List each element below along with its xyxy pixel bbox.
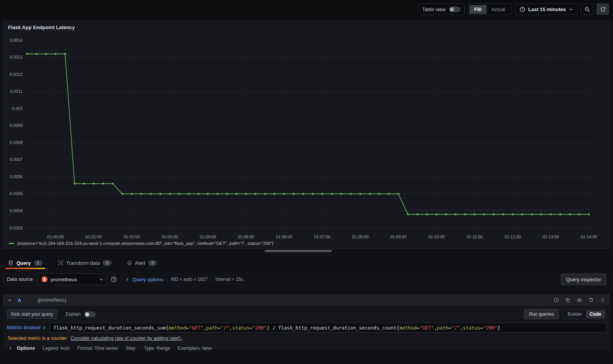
prometheus-logo-icon (41, 276, 48, 282)
fill-actual-segmented: Fill Actual (468, 3, 512, 15)
svg-text:0.0008: 0.0008 (10, 140, 23, 145)
metrics-browser-button[interactable]: Metrics browser (7, 325, 46, 330)
refresh-button[interactable] (597, 3, 609, 15)
svg-text:0.0011: 0.0011 (10, 89, 23, 93)
duplicate-icon[interactable] (565, 297, 570, 303)
editor-tabs: Query 1 Transform data 0 Alert 0 (3, 257, 610, 269)
toggle-knob (450, 7, 454, 11)
legend-series-label: {instance="ec2-184-169-216-224.us-west-1… (17, 241, 274, 246)
svg-text:01:04:00: 01:04:00 (200, 234, 216, 239)
options-type: Type: Range (144, 346, 170, 351)
clock-icon (520, 7, 525, 12)
svg-text:0.0009: 0.0009 (10, 123, 23, 128)
options-label: Options (17, 346, 35, 351)
tab-transform-label: Transform data (66, 260, 100, 266)
table-view-control: Table view (418, 3, 465, 15)
fill-option[interactable]: Fill (469, 5, 487, 14)
promql-query-input[interactable]: flask_http_request_duration_seconds_sum{… (50, 323, 606, 333)
tab-transform-badge: 0 (103, 260, 111, 266)
options-format: Format: Time series (77, 346, 118, 351)
options-legend: Legend: Auto (43, 346, 70, 351)
bell-icon (127, 260, 132, 266)
drag-handle-icon[interactable] (600, 297, 605, 303)
horizontal-scrollbar[interactable] (264, 250, 332, 252)
query-datasource-hint: (prometheus) (38, 297, 66, 303)
datasource-label: Data source (7, 277, 33, 282)
metrics-browser-label: Metrics browser (7, 325, 41, 330)
explain-control: Explain (66, 312, 95, 317)
eye-icon[interactable] (577, 297, 582, 303)
builder-code-segmented: Builder Code (563, 310, 606, 319)
svg-text:0.0014: 0.0014 (10, 38, 23, 43)
tab-transform-data[interactable]: Transform data 0 (57, 257, 113, 269)
svg-text:01:07:00: 01:07:00 (314, 234, 331, 239)
tab-query-badge: 1 (34, 260, 43, 266)
query-options-toggle[interactable]: Query options (125, 277, 163, 282)
svg-text:01:08:00: 01:08:00 (352, 234, 369, 239)
svg-text:01:10:00: 01:10:00 (428, 234, 445, 239)
counter-warning-row: Selected metric is a counter. Consider c… (8, 336, 606, 341)
chevron-down-icon[interactable] (8, 298, 12, 302)
warning-rate-link[interactable]: Consider calculating rate of counter by … (70, 336, 182, 341)
builder-option[interactable]: Builder (564, 311, 586, 318)
actual-option[interactable]: Actual (487, 5, 510, 14)
query-row-header[interactable]: A (prometheus) (3, 294, 610, 306)
query-inspector-button[interactable]: Query inspector (561, 274, 606, 285)
info-circle-icon[interactable] (554, 297, 559, 303)
table-view-toggle[interactable] (449, 7, 461, 12)
grafana-panel-edit-page: Table view Fill Actual Last 15 minutes (0, 0, 613, 364)
svg-text:01:09:00: 01:09:00 (390, 234, 406, 239)
svg-text:01:12:00: 01:12:00 (505, 234, 521, 239)
angle-right-icon (8, 346, 12, 350)
zoom-out-button[interactable] (581, 3, 593, 15)
svg-text:0.0006: 0.0006 (10, 174, 23, 179)
svg-text:01:00:00: 01:00:00 (48, 234, 64, 239)
query-options-label: Query options (132, 277, 163, 282)
query-row-actions (554, 297, 605, 303)
svg-text:0.0004: 0.0004 (10, 208, 23, 213)
svg-text:01:14:00: 01:14:00 (581, 234, 597, 239)
options-exemplars: Exemplars: false (178, 346, 212, 351)
query-editor-section: A (prometheus) Kic (3, 294, 610, 349)
tab-alert-badge: 0 (148, 260, 157, 266)
tab-query-label: Query (16, 260, 31, 266)
svg-text:0.0012: 0.0012 (10, 72, 23, 77)
code-option[interactable]: Code (586, 311, 605, 318)
time-series-panel: Flask App Endpoint Latency 0.00140.00130… (3, 21, 610, 249)
svg-text:01:06:00: 01:06:00 (276, 234, 292, 239)
datasource-help-button[interactable] (111, 276, 117, 282)
latency-chart[interactable]: 0.00140.00130.00120.00110.0010.00090.000… (3, 21, 610, 248)
database-icon (8, 260, 13, 266)
tab-query[interactable]: Query 1 (7, 257, 44, 269)
refresh-icon (600, 7, 606, 12)
toggle-knob (85, 312, 89, 316)
query-options-summary-row[interactable]: Options Legend: Auto Format: Time series… (8, 346, 606, 351)
tab-alert[interactable]: Alert 0 (126, 257, 158, 269)
run-queries-button[interactable]: Run queries (524, 309, 559, 319)
svg-text:01:01:00: 01:01:00 (85, 234, 102, 239)
datasource-bar: Data source prometheus Query options MD … (3, 272, 610, 286)
query-ref-id[interactable]: A (18, 297, 21, 303)
options-step: Step: (126, 346, 136, 351)
trash-icon[interactable] (588, 297, 594, 303)
chevron-down-icon (569, 7, 573, 11)
tab-alert-label: Alert (135, 260, 146, 266)
chevron-down-icon (99, 277, 103, 282)
svg-text:0.0007: 0.0007 (10, 157, 23, 162)
svg-text:01:02:00: 01:02:00 (123, 234, 140, 239)
table-view-label: Table view (422, 7, 446, 12)
explain-toggle[interactable] (84, 312, 96, 317)
zoom-out-icon (584, 7, 590, 12)
warning-text: Selected metric is a counter. (8, 336, 68, 341)
angle-right-icon (125, 277, 129, 281)
svg-text:01:11:00: 01:11:00 (467, 234, 483, 239)
svg-text:0.0013: 0.0013 (10, 55, 23, 59)
query-input-row: Metrics browser flask_http_request_durat… (7, 323, 606, 333)
svg-text:0.0003: 0.0003 (10, 226, 23, 230)
datasource-select[interactable]: prometheus (38, 274, 107, 285)
svg-text:0.001: 0.001 (12, 106, 23, 111)
svg-text:01:13:00: 01:13:00 (543, 234, 559, 239)
kick-start-query-button[interactable]: Kick start your query (7, 310, 57, 319)
chart-legend[interactable]: {instance="ec2-184-169-216-224.us-west-1… (9, 241, 274, 246)
time-range-picker[interactable]: Last 15 minutes (515, 3, 578, 15)
